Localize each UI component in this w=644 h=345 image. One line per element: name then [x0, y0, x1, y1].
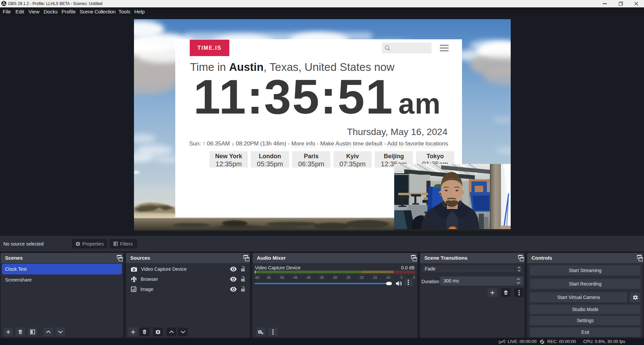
- svg-text:0: 0: [413, 276, 415, 279]
- svg-text:-15: -15: [372, 276, 377, 279]
- svg-text:-30: -30: [332, 276, 337, 279]
- svg-text:-25: -25: [346, 276, 351, 279]
- svg-text:-45: -45: [292, 276, 297, 279]
- svg-text:-55: -55: [266, 276, 271, 279]
- svg-text:-40: -40: [306, 276, 311, 279]
- svg-text:-10: -10: [385, 276, 390, 279]
- svg-text:-50: -50: [279, 276, 284, 279]
- svg-text:-60: -60: [255, 276, 260, 279]
- svg-text:-35: -35: [319, 276, 324, 279]
- svg-text:-5: -5: [400, 276, 403, 279]
- svg-text:-20: -20: [359, 276, 364, 279]
